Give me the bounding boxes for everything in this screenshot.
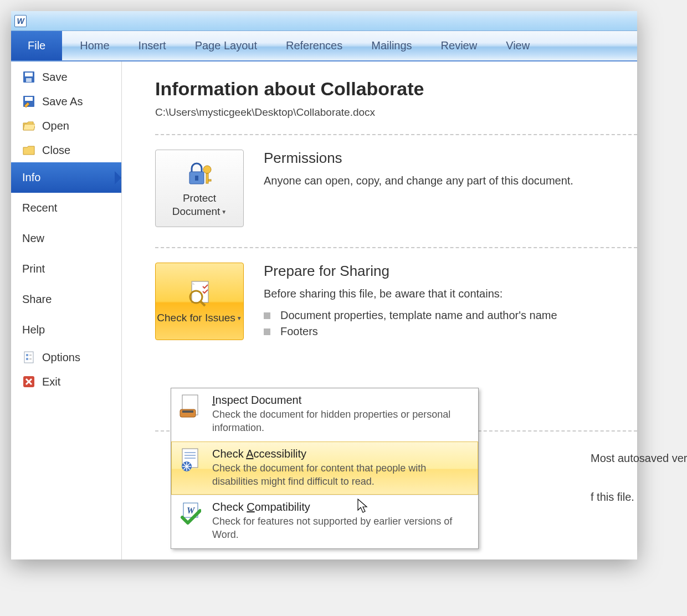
compatibility-icon: W xyxy=(178,501,202,525)
titlebar: W xyxy=(11,11,637,31)
menu-item-desc: Check for features not supported by earl… xyxy=(212,515,471,542)
sidebar-item-save-as[interactable]: Save As xyxy=(11,89,121,114)
menu-item-title: Check Compatibility xyxy=(212,501,471,514)
sidebar-item-options[interactable]: Options xyxy=(11,345,121,369)
permissions-section: Protect Document▼ Permissions Anyone can… xyxy=(155,135,637,247)
menu-item-title: Check Accessibility xyxy=(212,448,471,460)
svg-rect-15 xyxy=(208,179,211,181)
versions-text-peek: f this file. xyxy=(591,491,634,504)
list-item: Footers xyxy=(264,324,557,340)
sidebar-item-print[interactable]: Print xyxy=(11,254,121,284)
svg-point-13 xyxy=(203,166,211,173)
sidebar-item-label: Open xyxy=(42,120,69,132)
sidebar-item-label: Help xyxy=(22,324,45,336)
save-as-icon xyxy=(22,95,35,108)
sidebar-item-label: Save As xyxy=(42,95,83,108)
prepare-section: Check for Issues▼ Prepare for Sharing Be… xyxy=(155,248,637,360)
sidebar-item-label: New xyxy=(22,232,44,245)
sidebar-item-close[interactable]: Close xyxy=(11,138,121,162)
sidebar-item-label: Print xyxy=(22,263,45,275)
menu-item-inspect-document[interactable]: Inspect Document Check the document for … xyxy=(171,388,478,442)
permissions-text: Permissions Anyone can open, copy, and c… xyxy=(264,150,573,227)
options-icon xyxy=(22,351,35,364)
tab-file[interactable]: File xyxy=(11,31,62,60)
menu-item-title: Inspect Document xyxy=(212,394,471,407)
document-path: C:\Users\mysticgeek\Desktop\Collaborate.… xyxy=(155,106,637,119)
word-backstage-window: W File Home Insert Page Layout Reference… xyxy=(11,11,637,559)
exit-icon xyxy=(22,375,35,388)
prepare-heading: Prepare for Sharing xyxy=(264,263,557,280)
prepare-text: Prepare for Sharing Before sharing this … xyxy=(264,263,557,340)
sidebar-item-label: Close xyxy=(42,144,70,157)
prepare-checklist: Document properties, template name and a… xyxy=(264,307,557,340)
sidebar-item-label: Info xyxy=(22,171,40,184)
list-item: Document properties, template name and a… xyxy=(264,307,557,324)
tab-home[interactable]: Home xyxy=(65,31,124,60)
svg-rect-7 xyxy=(26,358,28,360)
sidebar-item-info[interactable]: Info xyxy=(11,162,121,193)
svg-rect-6 xyxy=(26,354,28,356)
svg-rect-4 xyxy=(25,97,33,101)
menu-item-check-compatibility[interactable]: W Check Compatibility Check for features… xyxy=(171,495,478,548)
tab-page-layout[interactable]: Page Layout xyxy=(181,31,271,60)
protect-document-button[interactable]: Protect Document▼ xyxy=(155,150,244,227)
page-title: Information about Collaborate xyxy=(155,78,637,100)
prepare-lead: Before sharing this file, be aware that … xyxy=(264,285,557,302)
save-icon xyxy=(22,70,35,84)
svg-rect-21 xyxy=(182,410,193,413)
menu-item-text: Check Compatibility Check for features n… xyxy=(212,501,471,542)
sidebar-item-label: Options xyxy=(42,351,80,364)
menu-item-desc: Check the document for content that peop… xyxy=(212,461,471,489)
menu-item-check-accessibility[interactable]: Check Accessibility Check the document f… xyxy=(171,442,478,495)
svg-rect-12 xyxy=(195,176,198,181)
backstage-sidebar: Save Save As Open Close xyxy=(11,61,122,559)
sidebar-item-recent[interactable]: Recent xyxy=(11,193,121,223)
svg-rect-14 xyxy=(206,173,208,183)
tab-review[interactable]: Review xyxy=(427,31,492,60)
versions-text-peek: Most autosaved versions are xyxy=(591,452,687,465)
close-folder-icon xyxy=(22,143,35,157)
svg-rect-1 xyxy=(25,73,33,76)
sidebar-item-help[interactable]: Help xyxy=(11,315,121,345)
tab-references[interactable]: References xyxy=(271,31,357,60)
tab-mailings[interactable]: Mailings xyxy=(357,31,426,60)
permissions-body: Anyone can open, copy, and change any pa… xyxy=(264,172,573,189)
sidebar-item-label: Share xyxy=(22,293,52,306)
check-for-issues-menu: Inspect Document Check the document for … xyxy=(171,388,479,549)
permissions-heading: Permissions xyxy=(264,150,573,167)
inspect-document-icon xyxy=(178,394,202,418)
svg-rect-5 xyxy=(24,352,33,363)
lock-key-icon xyxy=(185,158,214,187)
sidebar-item-label: Exit xyxy=(42,376,60,388)
svg-text:W: W xyxy=(187,506,196,515)
open-folder-icon xyxy=(22,119,35,132)
sidebar-item-label: Save xyxy=(42,71,68,84)
tab-view[interactable]: View xyxy=(491,31,544,60)
sidebar-item-open[interactable]: Open xyxy=(11,114,121,138)
ribbon-tab-strip: File Home Insert Page Layout References … xyxy=(11,31,637,61)
check-for-issues-button[interactable]: Check for Issues▼ xyxy=(155,263,244,340)
menu-item-text: Check Accessibility Check the document f… xyxy=(212,448,471,489)
svg-rect-2 xyxy=(26,78,32,82)
menu-item-text: Inspect Document Check the document for … xyxy=(212,394,471,435)
word-app-icon: W xyxy=(14,15,27,27)
button-label: Protect Document▼ xyxy=(156,192,243,218)
inspect-document-icon xyxy=(185,278,214,307)
button-label: Check for Issues▼ xyxy=(157,311,242,325)
sidebar-item-exit[interactable]: Exit xyxy=(11,369,121,394)
sidebar-item-new[interactable]: New xyxy=(11,223,121,254)
menu-item-desc: Check the document for hidden properties… xyxy=(212,408,471,435)
accessibility-icon xyxy=(178,448,202,472)
sidebar-item-save[interactable]: Save xyxy=(11,65,121,89)
sidebar-item-label: Recent xyxy=(22,202,57,214)
sidebar-item-share[interactable]: Share xyxy=(11,284,121,315)
word-app-letter: W xyxy=(17,17,24,25)
tab-insert[interactable]: Insert xyxy=(124,31,181,60)
